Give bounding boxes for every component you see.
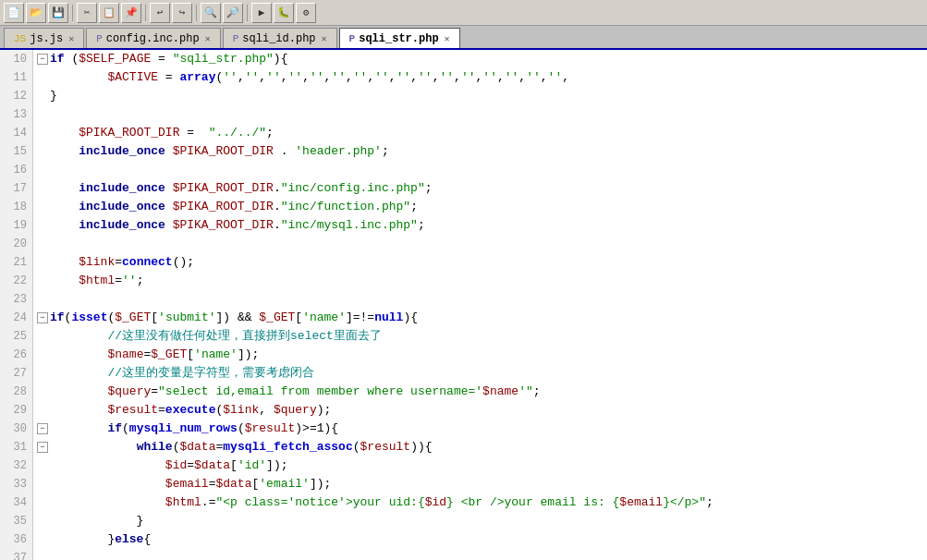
token-plain: } — [50, 512, 143, 530]
token-plain: [ — [230, 457, 238, 475]
line-number-10: 10 — [0, 50, 32, 68]
tab-sqli-id[interactable]: P sqli_id.php ✕ — [223, 28, 337, 48]
fold-icon-30[interactable]: − — [37, 423, 48, 434]
token-var: $_GET — [151, 346, 187, 364]
code-line-21: $link=connect(); — [37, 253, 927, 272]
token-plain: )>=1){ — [295, 420, 338, 438]
token-str: 'name' — [302, 309, 346, 327]
replace-btn[interactable]: 🔎 — [223, 3, 243, 23]
token-plain: , — [518, 68, 526, 87]
line-number-30: 30 — [0, 420, 32, 438]
tab-js-js[interactable]: JS js.js ✕ — [4, 28, 84, 48]
new-btn[interactable]: 📄 — [4, 3, 24, 23]
tab-sqli-str-close[interactable]: ✕ — [445, 33, 450, 44]
code-line-19: include_once $PIKA_ROOT_DIR."inc/mysql.i… — [37, 216, 927, 235]
token-plain: ( — [122, 420, 129, 438]
token-plain: = — [115, 253, 122, 272]
line-number-33: 33 — [0, 475, 32, 493]
tab-config[interactable]: P config.inc.php ✕ — [86, 28, 220, 48]
redo-btn[interactable]: ↪ — [172, 3, 192, 23]
tab-sqli-str[interactable]: P sqli_str.php ✕ — [339, 28, 460, 48]
token-func: mysqli_num_rows — [129, 420, 238, 438]
token-var: $data — [215, 475, 251, 493]
token-plain: ( — [215, 68, 223, 87]
token-plain — [50, 346, 107, 364]
token-var: $link — [79, 253, 115, 272]
cut-btn[interactable]: ✂ — [77, 3, 97, 23]
line-number-20: 20 — [0, 235, 32, 253]
token-plain: ( — [173, 438, 180, 457]
debug-btn[interactable]: 🐛 — [274, 3, 294, 23]
token-null-kw: null — [374, 309, 403, 327]
sep2 — [145, 5, 146, 21]
code-line-37 — [37, 549, 927, 560]
token-kw: include_once — [79, 216, 165, 235]
code-line-33: $email=$data['email']); — [37, 475, 927, 493]
token-plain — [165, 179, 173, 198]
token-kw: include_once — [79, 142, 165, 161]
toolbar: 📄 📂 💾 ✂ 📋 📌 ↩ ↪ 🔍 🔎 ▶ 🐛 ⚙ — [0, 0, 927, 26]
token-kw: if — [107, 420, 122, 438]
token-kw: while — [137, 438, 173, 457]
code-line-36: }else{ — [37, 530, 927, 549]
line-number-23: 23 — [0, 290, 32, 309]
token-plain: ( — [215, 401, 223, 420]
paste-btn[interactable]: 📌 — [121, 3, 141, 23]
token-var: $ACTIVE — [107, 68, 158, 87]
code-line-24: −if(isset($_GET['submit']) && $_GET['nam… — [37, 309, 927, 327]
search-btn[interactable]: 🔍 — [201, 3, 221, 23]
token-plain: , — [259, 68, 266, 87]
token-var: $email — [165, 475, 209, 493]
token-str: '' — [526, 68, 541, 87]
tab-js-close[interactable]: ✕ — [68, 33, 74, 44]
token-plain — [50, 383, 107, 401]
token-plain: = — [215, 438, 223, 457]
token-str: "inc/function.php" — [281, 198, 410, 216]
token-plain: . — [274, 198, 281, 216]
code-line-13 — [37, 105, 927, 124]
token-plain: = — [115, 272, 122, 290]
line-number-21: 21 — [0, 253, 32, 272]
token-var: $html — [165, 493, 201, 512]
fold-icon-24[interactable]: − — [37, 312, 48, 323]
token-plain — [165, 216, 173, 235]
tab-config-close[interactable]: ✕ — [205, 33, 211, 44]
token-plain: ( — [65, 50, 79, 68]
settings-btn[interactable]: ⚙ — [296, 3, 316, 23]
token-plain: ]) && — [216, 309, 260, 327]
fold-icon-31[interactable]: − — [37, 442, 48, 453]
token-str: '' — [353, 68, 368, 87]
token-var: $PIKA_ROOT_DIR — [173, 198, 274, 216]
token-plain — [50, 327, 107, 346]
token-var: $PIKA_ROOT_DIR — [173, 142, 274, 161]
token-str: "inc/config.inc.php" — [281, 179, 425, 198]
php-icon-3: P — [349, 33, 356, 44]
code-area: 1011121314151617181920212223242526272829… — [0, 50, 927, 560]
undo-btn[interactable]: ↩ — [150, 3, 170, 23]
token-plain: ; — [533, 383, 541, 401]
open-btn[interactable]: 📂 — [26, 3, 46, 23]
token-plain: (); — [173, 253, 194, 272]
token-var: $email — [619, 493, 663, 512]
line-number-15: 15 — [0, 142, 32, 161]
run-btn[interactable]: ▶ — [251, 3, 272, 23]
token-str: '' — [396, 68, 411, 87]
copy-btn[interactable]: 📋 — [99, 3, 119, 23]
token-plain: . — [274, 142, 295, 161]
token-plain: { — [143, 530, 151, 549]
token-str: '' — [331, 68, 346, 87]
tab-sqli-id-close[interactable]: ✕ — [322, 33, 327, 44]
token-var: $link — [223, 401, 259, 420]
code-content[interactable]: −if ($SELF_PAGE = "sqli_str.php"){ $ACTI… — [33, 50, 927, 560]
token-var: $data — [194, 457, 230, 475]
save-btn[interactable]: 💾 — [48, 3, 68, 23]
code-line-31: − while($data=mysqli_fetch_assoc($result… — [37, 438, 927, 457]
token-str: '' — [288, 68, 303, 87]
tab-sqli-str-label: sqli_str.php — [359, 32, 438, 45]
line-number-29: 29 — [0, 401, 32, 420]
token-plain — [50, 420, 107, 438]
fold-icon-10[interactable]: − — [37, 54, 48, 65]
line-number-16: 16 — [0, 161, 32, 179]
token-plain: ); — [317, 401, 332, 420]
code-line-27: //这里的变量是字符型，需要考虑闭合 — [37, 364, 927, 383]
